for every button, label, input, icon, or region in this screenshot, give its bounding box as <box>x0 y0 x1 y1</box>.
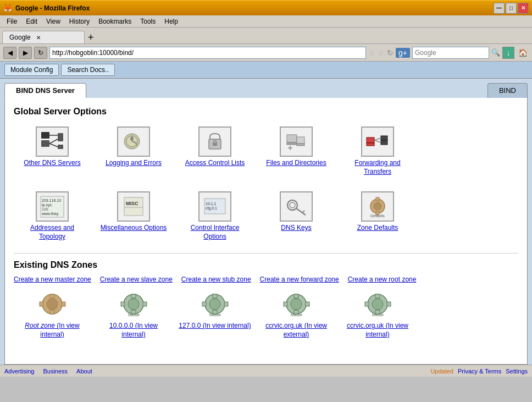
10-0-0-label: 10.0.0.0 (In view internal) <box>97 322 170 339</box>
url-input[interactable] <box>49 47 366 59</box>
menu-tools[interactable]: Tools <box>136 16 160 26</box>
menu-bookmarks[interactable]: Bookmarks <box>94 16 136 26</box>
menu-view[interactable]: View <box>42 16 65 26</box>
menubar: File Edit View History Bookmarks Tools H… <box>0 15 532 27</box>
window-title: Google - Mozilla Firefox <box>15 4 494 12</box>
dns-keys-icon <box>280 191 313 222</box>
tab-close-icon[interactable]: ✕ <box>36 35 41 41</box>
10-0-0-item[interactable]: Master 10.0.0.0 (In view internal) <box>95 290 172 341</box>
svg-text:Defaults: Defaults <box>370 214 385 218</box>
section-divider <box>14 253 518 254</box>
dns-keys-item[interactable]: DNS Keys <box>258 188 335 244</box>
tab-bind[interactable]: BIND <box>487 83 528 98</box>
advertising-link[interactable]: Advertising <box>4 368 34 375</box>
127-0-0-label: 127.0.0 (In view internal) <box>179 322 251 331</box>
global-options-grid: Other DNS Servers Logging and Errors <box>14 123 518 179</box>
dns-keys-label: DNS Keys <box>281 224 311 233</box>
files-directories-label: Files and Directories <box>266 159 326 168</box>
svg-point-66 <box>291 299 302 310</box>
svg-line-23 <box>374 138 381 140</box>
svg-text:ip.xyz.: ip.xyz. <box>42 203 53 207</box>
privacy-link[interactable]: Privacy & Terms <box>458 368 501 375</box>
control-interface-item[interactable]: 10.1.1 cfg.0.1 Control Interface Options <box>176 188 253 244</box>
business-link[interactable]: Business <box>43 368 68 375</box>
127-0-0-item[interactable]: Master 127.0.0 (In view internal) <box>176 290 253 341</box>
minimize-button[interactable]: — <box>494 3 505 14</box>
svg-rect-15 <box>297 137 304 144</box>
menu-file[interactable]: File <box>2 16 21 26</box>
account-icon[interactable]: g+ <box>396 48 410 58</box>
about-link[interactable]: About <box>76 368 92 375</box>
bind-tabs: BIND DNS Server BIND <box>0 79 532 98</box>
reload-small-icon[interactable]: ↻ <box>387 48 394 57</box>
svg-rect-48 <box>50 310 54 314</box>
svg-rect-53 <box>131 294 136 298</box>
root-zone-label: Root zone (In view internal) <box>16 322 88 339</box>
files-directories-item[interactable]: Files and Directories <box>258 123 335 179</box>
access-control-lists-item[interactable]: Access Control Lists <box>176 123 253 179</box>
ccrvic-internal-item[interactable]: Master ccrvic.org.uk (In view internal) <box>339 290 416 341</box>
existing-zones-title: Existing DNS Zones <box>14 260 518 270</box>
forward-button[interactable]: ▶ <box>19 47 32 59</box>
create-forward-zone-link[interactable]: Create a new forward zone <box>260 276 339 283</box>
menu-edit[interactable]: Edit <box>21 16 42 26</box>
ccrvic-external-icon: Master <box>281 292 312 320</box>
create-root-zone-link[interactable]: Create a new root zone <box>348 276 417 283</box>
10-0-0-icon: Master <box>119 292 149 320</box>
create-slave-zone-link[interactable]: Create a new slave zone <box>100 276 173 283</box>
tab-bind-dns-server[interactable]: BIND DNS Server <box>4 83 86 98</box>
svg-line-24 <box>374 140 381 142</box>
svg-line-38 <box>296 208 306 215</box>
maximize-button[interactable]: □ <box>506 3 517 14</box>
search-input[interactable] <box>412 47 489 59</box>
bookmark-star2-icon[interactable]: ☆ <box>378 48 385 57</box>
svg-rect-70 <box>306 302 309 306</box>
root-zone-item[interactable]: Root zone (In view internal) <box>14 290 91 341</box>
menu-help[interactable]: Help <box>160 16 182 26</box>
other-dns-servers-label: Other DNS Servers <box>24 159 80 168</box>
svg-rect-1 <box>41 140 49 147</box>
content-area: BIND DNS Server BIND Global Server Optio… <box>0 79 532 365</box>
svg-point-41 <box>374 202 381 210</box>
forwarding-transfers-label: Forwarding and Transfers <box>342 159 413 176</box>
svg-text:100: 100 <box>42 207 48 211</box>
browser-tab[interactable]: Google ✕ <box>2 31 85 43</box>
addresses-topology-label: Addresses and Topology <box>17 224 87 241</box>
misc-options-item[interactable]: MISC Miscellaneous Options <box>95 188 172 244</box>
svg-text:MISC: MISC <box>126 201 138 206</box>
close-button[interactable]: ✕ <box>518 3 529 14</box>
window-titlebar: 🦊 Google - Mozilla Firefox — □ ✕ <box>0 0 532 15</box>
reload-button[interactable]: ↻ <box>34 47 47 59</box>
back-button[interactable]: ◀ <box>3 47 16 59</box>
forwarding-transfers-item[interactable]: Forwarding and Transfers <box>339 123 416 179</box>
download-button[interactable]: ↓ <box>502 47 514 59</box>
addresses-topology-item[interactable]: 203.116.10 ip.xyz. 100 www.they. Address… <box>14 188 91 244</box>
module-config-button[interactable]: Module Config <box>4 64 59 76</box>
zone-grid: Root zone (In view internal) Master 10.0 <box>14 290 518 341</box>
svg-line-39 <box>302 211 304 213</box>
127-0-0-icon: Master <box>200 292 230 320</box>
access-control-lists-icon <box>198 126 231 157</box>
new-tab-button[interactable]: + <box>85 32 97 43</box>
search-icon[interactable]: 🔍 <box>491 48 500 57</box>
svg-rect-42 <box>376 197 379 201</box>
svg-rect-50 <box>62 302 65 306</box>
svg-rect-69 <box>284 302 287 306</box>
home-button[interactable]: 🏠 <box>517 47 529 59</box>
bookmark-star-icon[interactable]: ☆ <box>368 48 375 57</box>
settings-link[interactable]: Settings <box>506 368 528 375</box>
zone-defaults-item[interactable]: Defaults Zone Defaults <box>339 188 416 244</box>
ccrvic-external-item[interactable]: Master ccrvic.org.uk (In view external) <box>258 290 335 341</box>
statusbar: Advertising Business About Updated Priva… <box>0 365 532 377</box>
menu-history[interactable]: History <box>65 16 94 26</box>
search-docs-button[interactable]: Search Docs.. <box>61 64 114 76</box>
zone-defaults-label: Zone Defaults <box>357 224 398 233</box>
svg-line-3 <box>49 139 58 144</box>
create-master-zone-link[interactable]: Create a new master zone <box>14 276 91 283</box>
svg-point-12 <box>213 140 217 144</box>
logging-errors-item[interactable]: Logging and Errors <box>95 123 172 179</box>
svg-rect-16 <box>297 144 304 146</box>
create-stub-zone-link[interactable]: Create a new stub zone <box>181 276 251 283</box>
other-dns-servers-item[interactable]: Other DNS Servers <box>14 123 91 179</box>
svg-point-73 <box>372 299 383 310</box>
